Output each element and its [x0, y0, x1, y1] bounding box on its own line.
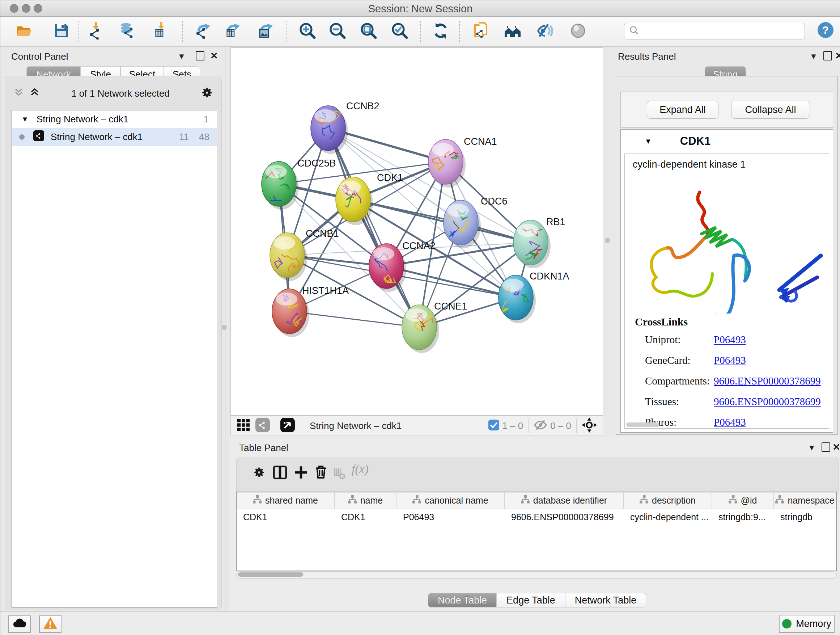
column-header-database-identifier[interactable]: database identifier [505, 492, 624, 509]
expand-all-networks-icon[interactable] [30, 87, 41, 100]
import-table-button[interactable] [150, 21, 171, 42]
crosslink-link[interactable]: P06493 [714, 355, 746, 366]
network-options-gear-icon[interactable] [201, 86, 213, 101]
node-cdk1[interactable] [336, 177, 373, 225]
section-collapse-icon[interactable]: ▼ [645, 137, 652, 146]
collapse-all-networks-icon[interactable] [14, 87, 25, 100]
save-session-button[interactable] [51, 21, 72, 42]
network-canvas[interactable]: CCNB2CCNA1CDC25BCDK1CDC6RB1CCNB1CCNA2CDK… [231, 48, 603, 416]
column-header-description[interactable]: description [624, 492, 712, 509]
show-columns-icon[interactable] [273, 465, 287, 481]
export-network-button[interactable] [193, 21, 213, 42]
network-row-selected[interactable]: String Network – cdk1 11 48 [12, 128, 217, 146]
table-hscrollbar-thumb[interactable] [238, 572, 303, 577]
houses-icon [504, 22, 521, 41]
export-table-button[interactable] [223, 21, 243, 42]
birds-eye-view-icon[interactable] [237, 419, 249, 432]
cdk1-section-header[interactable]: ▼ CDK1 [621, 130, 833, 153]
open-in-new-window-icon[interactable] [280, 418, 295, 434]
control-panel-close-icon[interactable]: ✕ [210, 51, 218, 60]
open-session-button[interactable] [14, 21, 34, 42]
add-column-icon[interactable] [294, 465, 308, 481]
column-header-name[interactable]: name [335, 492, 396, 509]
help-button[interactable]: ? [817, 21, 834, 40]
sphere-button[interactable] [568, 21, 588, 42]
table-panel-float-icon[interactable] [821, 442, 830, 452]
control-panel: Control Panel ▼ ✕ NetworkStyleSelectSets… [0, 48, 225, 611]
control-panel-collapse-icon[interactable]: ▼ [178, 52, 186, 61]
string-home-button[interactable] [502, 21, 523, 42]
table-cell[interactable]: cyclin-dependent ... [624, 509, 712, 525]
edge-ccnb2-ccne1[interactable] [328, 128, 419, 327]
crosslink-link[interactable]: 9606.ENSP00000378699 [714, 396, 821, 408]
results-panel-title: Results Panel [618, 51, 676, 62]
tab-node-table[interactable]: Node Table [428, 593, 497, 608]
delete-column-icon[interactable] [313, 464, 328, 481]
table-cell[interactable]: 9606.ENSP00000378699 [505, 509, 624, 525]
memory-button[interactable]: Memory [779, 615, 835, 633]
network-collection-row[interactable]: ▼ String Network – cdk1 1 [12, 111, 217, 128]
table-cell[interactable]: CDK1 [335, 509, 396, 525]
cloud-button[interactable] [8, 616, 31, 633]
zoom-out-button[interactable] [327, 21, 347, 42]
hide-unhide-button[interactable] [535, 21, 555, 42]
network-graph[interactable]: CCNB2CCNA1CDC25BCDK1CDC6RB1CCNB1CCNA2CDK… [231, 48, 603, 415]
node-label-hist1h1a: HIST1H1A [302, 285, 349, 296]
zoom-in-button[interactable] [297, 21, 317, 42]
string-document-button[interactable] [471, 21, 492, 42]
table-panel-collapse-icon[interactable]: ▼ [808, 443, 816, 453]
collapse-all-button[interactable]: Collapse All [731, 101, 810, 119]
right-splitter-handle[interactable] [605, 238, 610, 243]
network-tab-content: 1 of 1 Network selected ▼ String Network… [5, 76, 222, 610]
left-splitter-handle[interactable] [222, 325, 227, 330]
import-network-database-button[interactable] [117, 21, 137, 42]
node-ccna1[interactable] [428, 139, 466, 187]
column-header-namespace[interactable]: namespace [774, 492, 836, 509]
refresh-icon [432, 22, 449, 41]
network-collection-count: 1 [204, 114, 209, 125]
import-network-file-button[interactable] [85, 21, 106, 42]
crosslink-link[interactable]: 9606.ENSP00000378699 [714, 375, 821, 387]
expand-collapse-row: Expand All Collapse All [621, 92, 833, 128]
table-cell[interactable]: P06493 [396, 509, 505, 525]
zoom-selected-button[interactable] [390, 21, 410, 42]
node-ccne1[interactable] [402, 305, 439, 353]
table-cell[interactable]: stringdb:9... [712, 509, 774, 525]
export-image-button[interactable] [256, 21, 276, 42]
crosslink-link[interactable]: P06493 [714, 334, 746, 346]
table-cell[interactable]: stringdb [774, 509, 836, 525]
node-table[interactable]: shared namenamecanonical namedatabase id… [236, 492, 837, 571]
expand-all-button[interactable]: Expand All [647, 101, 718, 119]
node-cdkn1a[interactable] [499, 275, 536, 323]
column-header-canonical-name[interactable]: canonical name [396, 492, 505, 509]
node-cdc6[interactable] [444, 200, 481, 249]
search-field[interactable] [624, 23, 805, 40]
node-ccna2[interactable] [369, 244, 406, 292]
tab-network-table[interactable]: Network Table [565, 593, 646, 608]
node-ccnb1[interactable] [270, 233, 307, 281]
table-hscrollbar[interactable] [236, 571, 837, 578]
node-ccnb2[interactable] [311, 106, 348, 154]
zoom-fit-button[interactable] [358, 21, 379, 42]
results-panel-collapse-icon[interactable]: ▼ [810, 52, 818, 61]
network-edge-count: 48 [199, 131, 210, 143]
table-options-gear-icon[interactable] [253, 466, 265, 480]
warnings-button[interactable] [39, 616, 62, 633]
control-panel-float-icon[interactable] [196, 51, 204, 60]
network-share-icon[interactable] [256, 418, 270, 434]
table-cell[interactable]: CDK1 [237, 509, 335, 525]
fit-selected-crosshair-icon[interactable] [582, 417, 597, 434]
tree-expand-icon[interactable]: ▼ [21, 115, 28, 124]
tab-edge-table[interactable]: Edge Table [497, 593, 565, 608]
crosslink-link[interactable]: P06493 [714, 416, 746, 428]
table-panel-close-icon[interactable]: ✕ [832, 442, 840, 452]
results-panel-close-icon[interactable]: ✕ [835, 51, 840, 60]
hidden-eye-slash-icon[interactable] [534, 418, 547, 433]
column-header--id[interactable]: @id [712, 492, 774, 509]
column-header-shared-name[interactable]: shared name [237, 492, 335, 509]
results-hscrollbar[interactable] [626, 423, 660, 427]
selected-checkbox-icon[interactable] [488, 420, 499, 432]
node-rb1[interactable] [513, 220, 551, 268]
results-panel-float-icon[interactable] [823, 51, 832, 60]
update-button[interactable] [431, 21, 451, 42]
